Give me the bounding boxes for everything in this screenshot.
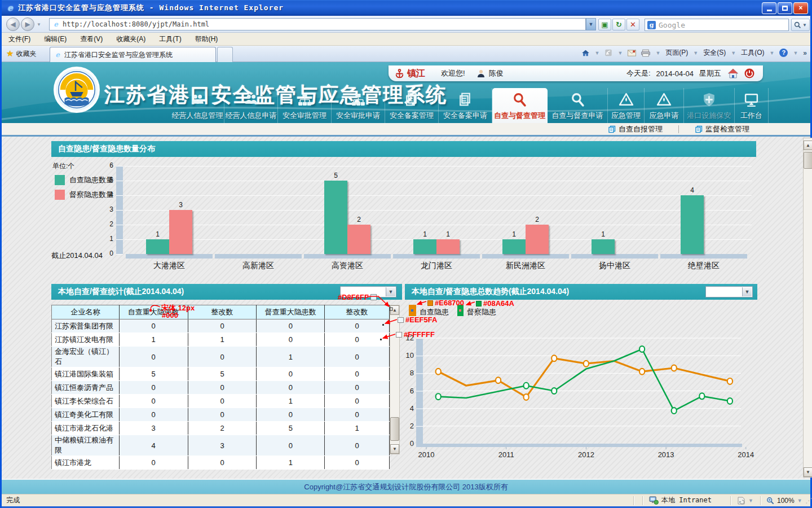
favorites-label: 收藏夹: [16, 49, 36, 59]
nav-item-6[interactable]: 安全备案申请: [439, 88, 492, 123]
bar-value-label: 1: [502, 230, 526, 238]
nav-item-9[interactable]: 应急管理: [608, 88, 645, 123]
history-chevron-icon[interactable]: ▼: [37, 22, 41, 27]
nav-item-2[interactable]: 经营人信息申请: [224, 88, 278, 123]
people-icon: [244, 92, 259, 110]
nav-item-12[interactable]: 工作台: [735, 88, 769, 123]
value-cell: 0: [325, 395, 390, 408]
active-tab[interactable]: e 江苏省港口安全监管与应急管理系统: [50, 47, 216, 62]
table-row[interactable]: 江苏索普集团有限0000: [52, 319, 390, 333]
main-nav: 经营人信息管理经营人信息申请安全审批管理安全审批申请安全备案管理安全备案申请自查…: [171, 88, 769, 123]
back-button[interactable]: ◀: [6, 17, 20, 31]
doc-icon: [695, 125, 703, 133]
warning-icon: [619, 92, 634, 110]
scroll-up-icon[interactable]: ▲: [390, 305, 399, 315]
nav-item-4[interactable]: 安全审批申请: [332, 88, 385, 123]
home-button-icon[interactable]: [581, 49, 590, 57]
search-go-button[interactable]: ▼: [791, 19, 810, 31]
scroll-down-icon[interactable]: ▼: [390, 444, 399, 454]
table-row[interactable]: 金海宏业（镇江）石0010: [52, 347, 390, 367]
nav-item-label: 自查与督查申请: [552, 111, 603, 121]
table-row[interactable]: 镇江李长荣综合石0010: [52, 395, 390, 408]
monitor-icon: [744, 92, 759, 110]
value-cell: 1: [188, 333, 257, 347]
menu-help[interactable]: 帮助(H): [195, 34, 218, 44]
home-icon[interactable]: [727, 68, 739, 79]
page-scrollbar[interactable]: ▲ ▼: [803, 138, 812, 478]
svg-text:10: 10: [406, 351, 414, 360]
y-tick-label: 1: [95, 235, 113, 243]
bar-value-label: 1: [413, 230, 436, 238]
help-button-icon[interactable]: ?: [779, 49, 788, 57]
logout-power-icon[interactable]: [744, 68, 755, 79]
nav-item-3[interactable]: 安全审批管理: [278, 88, 332, 123]
page-scrollbar-thumb[interactable]: [804, 152, 812, 169]
address-input[interactable]: e http://localhost:8080/yjpt/Main.html: [49, 18, 586, 30]
menu-favorites[interactable]: 收藏夹(A): [116, 34, 145, 44]
user-name: 陈俊: [489, 68, 504, 78]
table-row[interactable]: 镇江恒泰沥青产品0000: [52, 381, 390, 395]
value-cell: 0: [325, 435, 390, 456]
doc-icon: [404, 92, 420, 110]
refresh-button[interactable]: ↻: [612, 19, 625, 30]
zoom-control[interactable]: 100% ▼: [766, 494, 802, 506]
nav-item-label: 工作台: [740, 111, 762, 121]
gridline: [125, 166, 752, 167]
compatibility-button[interactable]: ▣: [598, 19, 611, 30]
bar-自查隐患数量: [592, 239, 615, 254]
resize-grip[interactable]: ⋰: [805, 494, 812, 506]
command-safety-button[interactable]: 安全(S): [703, 48, 726, 58]
page-footer: Copyright@江苏省交通规划设计院股份有限公司 2013版权所有: [2, 479, 810, 494]
user-avatar: [476, 69, 486, 78]
table-row[interactable]: 江苏镇江发电有限1100: [52, 333, 390, 347]
address-dropdown-button[interactable]: ▼: [586, 18, 596, 30]
menu-file[interactable]: 文件(F): [8, 34, 30, 44]
minimize-button[interactable]: [762, 2, 776, 14]
table-row[interactable]: 镇江市港龙石化港3251: [52, 422, 390, 435]
search-options-chevron-icon: ▼: [802, 23, 807, 28]
annotation-font-color: #000: [162, 311, 178, 319]
table-row[interactable]: 镇江市港龙0010: [52, 456, 390, 470]
nav-item-7[interactable]: 自查与督查管理: [492, 88, 548, 123]
dropdown-arrow-icon: ▼: [742, 287, 752, 296]
more-commands-chevron[interactable]: »: [803, 49, 807, 57]
table-row[interactable]: 中储粮镇江粮油有限4300: [52, 435, 390, 456]
nav-item-11[interactable]: 港口设施保安: [684, 88, 735, 123]
nav-item-5[interactable]: 安全备案管理: [385, 88, 439, 123]
scroll-up-icon[interactable]: ▲: [804, 141, 812, 150]
scroll-down-icon[interactable]: ▼: [804, 467, 812, 477]
protected-mode-button[interactable]: ▼: [736, 494, 753, 506]
menu-view[interactable]: 查看(V): [80, 34, 103, 44]
nav-item-1[interactable]: 经营人信息管理: [171, 88, 224, 123]
category-label: 扬中港区: [570, 261, 659, 271]
command-page-button[interactable]: 页面(P): [665, 48, 688, 58]
table-row[interactable]: 镇江港国际集装箱5500: [52, 367, 390, 381]
value-cell: 0: [188, 456, 257, 470]
subnav-supervision-check[interactable]: 监督检查管理: [679, 124, 765, 134]
mail-button-icon[interactable]: [628, 50, 636, 56]
line-filter-dropdown[interactable]: ▼: [705, 286, 753, 297]
nav-item-10[interactable]: 应急申请: [645, 88, 684, 123]
new-tab-stub[interactable]: [217, 47, 233, 62]
print-button-icon[interactable]: [641, 49, 650, 57]
stop-button[interactable]: ✕: [626, 19, 639, 30]
forward-button[interactable]: ▶: [21, 17, 34, 31]
bar-自查隐患数量: [324, 181, 347, 254]
maximize-button[interactable]: [778, 2, 792, 14]
subnav-self-check-report[interactable]: 自查自报管理: [592, 124, 678, 134]
status-text: 完成: [6, 494, 20, 506]
table-row[interactable]: 镇江奇美化工有限0000: [52, 408, 390, 422]
menu-tools[interactable]: 工具(T): [159, 34, 181, 44]
search-input[interactable]: g Google: [645, 19, 789, 31]
favorites-button[interactable]: ★ 收藏夹: [6, 49, 36, 59]
gridline: [125, 225, 752, 225]
feeds-button-icon[interactable]: [604, 49, 612, 56]
sub-nav: 自查自报管理 监督检查管理: [2, 123, 810, 137]
value-cell: 0: [325, 456, 390, 470]
menu-edit[interactable]: 编辑(E): [44, 34, 67, 44]
nav-item-8[interactable]: 自查与督查申请: [548, 88, 608, 123]
table-scrollbar-thumb[interactable]: [390, 417, 399, 441]
table-scrollbar[interactable]: ▲ ▼: [390, 305, 400, 454]
command-tools-button[interactable]: 工具(O): [741, 48, 764, 58]
close-button[interactable]: ×: [793, 2, 808, 14]
